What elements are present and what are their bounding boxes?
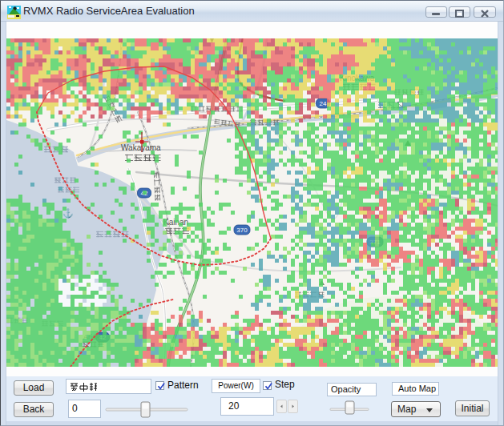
svg-text:Wakayama: Wakayama — [121, 143, 161, 152]
svg-text:24: 24 — [320, 100, 327, 107]
svg-text:370: 370 — [236, 227, 248, 234]
